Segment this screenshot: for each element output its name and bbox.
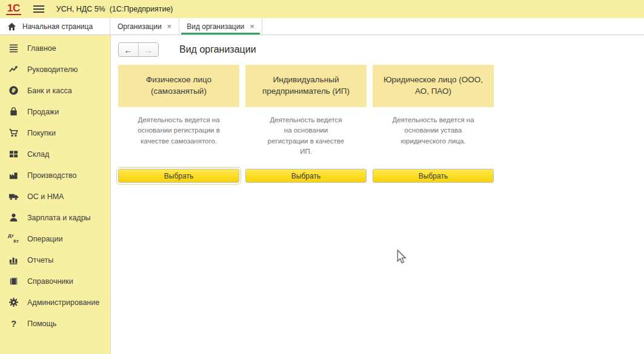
main-content: ← → Вид организации Физическое лицо (сам… <box>111 35 644 354</box>
sidebar-item-label: ОС и НМА <box>27 192 64 201</box>
sidebar-item-administration[interactable]: Администрирование <box>0 292 110 313</box>
sidebar-item-label: Справочники <box>27 277 73 286</box>
tab-label: Вид организации <box>187 22 244 31</box>
sidebar-item-label: Покупки <box>27 129 56 137</box>
tab-label: Организации <box>118 22 162 31</box>
gear-icon <box>8 297 19 308</box>
forward-button[interactable]: → <box>139 43 159 56</box>
sidebar-item-label: Склад <box>27 150 49 159</box>
sidebar-item-manager[interactable]: Руководителю <box>0 59 110 80</box>
home-icon <box>7 22 16 31</box>
page-title: Вид организации <box>179 44 256 55</box>
person-icon <box>8 212 19 223</box>
tab-label: Начальная страница <box>22 22 93 31</box>
cart-icon <box>8 127 19 139</box>
ruble-circle-icon: ₽ <box>8 85 19 96</box>
sidebar-item-sales[interactable]: Продажи <box>0 101 110 122</box>
bar-chart-icon <box>8 254 19 266</box>
sidebar-item-fixed-assets[interactable]: ОС и НМА <box>0 186 110 207</box>
sidebar-item-label: Банк и касса <box>27 87 72 95</box>
card-individual-self-employed: Физическое лицо (самозанятый) Деятельнос… <box>118 65 239 183</box>
card-description: Деятельность ведется на основании регист… <box>245 107 367 169</box>
sidebar-item-label: Зарплата и кадры <box>27 214 91 222</box>
books-icon <box>8 275 19 287</box>
svg-text:₽: ₽ <box>12 87 16 94</box>
sidebar-item-references[interactable]: Справочники <box>0 270 110 292</box>
sidebar-item-payroll-hr[interactable]: Зарплата и кадры <box>0 207 110 228</box>
card-description: Деятельность ведется на основании устава… <box>373 107 494 169</box>
organization-type-cards: Физическое лицо (самозанятый) Деятельнос… <box>118 65 644 183</box>
sidebar-item-bank-cash[interactable]: ₽ Банк и касса <box>0 80 110 101</box>
sidebar-item-purchases[interactable]: Покупки <box>0 122 110 143</box>
sidebar-item-warehouse[interactable]: Склад <box>0 143 110 165</box>
select-entrepreneur-button[interactable]: Выбрать <box>245 169 367 183</box>
card-title: Физическое лицо (самозанятый) <box>118 65 239 107</box>
select-legal-entity-button[interactable]: Выбрать <box>373 169 494 183</box>
sidebar-item-production[interactable]: Производство <box>0 165 110 186</box>
title-bar: 1С УСН, НДС 5% (1С:Предприятие) <box>0 0 644 18</box>
sidebar-item-operations[interactable]: Дт Кт Операции <box>0 228 110 249</box>
sidebar-item-label: Отчеты <box>27 256 53 264</box>
sidebar-item-label: Администрирование <box>27 298 99 307</box>
tab-home-page[interactable]: Начальная страница <box>0 18 110 34</box>
card-title: Индивидуальный предприниматель (ИП) <box>245 65 367 107</box>
close-tab-icon[interactable]: × <box>167 22 172 30</box>
bag-icon <box>8 106 19 117</box>
card-individual-entrepreneur: Индивидуальный предприниматель (ИП) Деят… <box>245 65 367 183</box>
tab-organizations[interactable]: Организации × <box>110 18 179 34</box>
sidebar-item-label: Производство <box>27 171 77 180</box>
tab-organization-type[interactable]: Вид организации × <box>179 18 262 34</box>
truck-icon <box>8 191 19 202</box>
sidebar-item-label: Помощь <box>27 320 56 328</box>
history-nav-group: ← → <box>118 42 159 57</box>
back-button[interactable]: ← <box>119 43 139 56</box>
sidebar-item-help[interactable]: ? Помощь <box>0 313 110 334</box>
sidebar-item-main[interactable]: Главное <box>0 38 110 59</box>
trend-arrow-icon <box>8 64 19 75</box>
window-title: УСН, НДС 5% (1С:Предприятие) <box>56 5 173 13</box>
sidebar-item-label: Главное <box>27 44 56 53</box>
sidebar-item-label: Руководителю <box>27 65 78 74</box>
question-mark-icon: ? <box>8 318 19 329</box>
main-menu-hamburger-icon[interactable] <box>33 4 44 15</box>
sidebar-item-reports[interactable]: Отчеты <box>0 249 110 270</box>
1c-logo: 1С <box>6 3 21 15</box>
card-legal-entity: Юридическое лицо (ООО, АО, ПАО) Деятельн… <box>373 65 494 183</box>
close-tab-icon[interactable]: × <box>250 22 254 30</box>
card-title: Юридическое лицо (ООО, АО, ПАО) <box>373 65 494 107</box>
card-description: Деятельность ведется на основании регист… <box>118 107 239 169</box>
debit-credit-icon: Дт Кт <box>8 233 19 244</box>
select-self-employed-button[interactable]: Выбрать <box>118 169 239 183</box>
factory-icon <box>8 169 19 181</box>
menu-lines-icon <box>8 42 19 54</box>
sidebar-item-label: Продажи <box>27 108 59 116</box>
grid-icon <box>8 148 19 160</box>
tab-bar: Начальная страница Организации × Вид орг… <box>0 18 644 35</box>
section-sidebar: Главное Руководителю ₽ Банк и касса <box>0 35 111 354</box>
sidebar-item-label: Операции <box>27 235 62 243</box>
